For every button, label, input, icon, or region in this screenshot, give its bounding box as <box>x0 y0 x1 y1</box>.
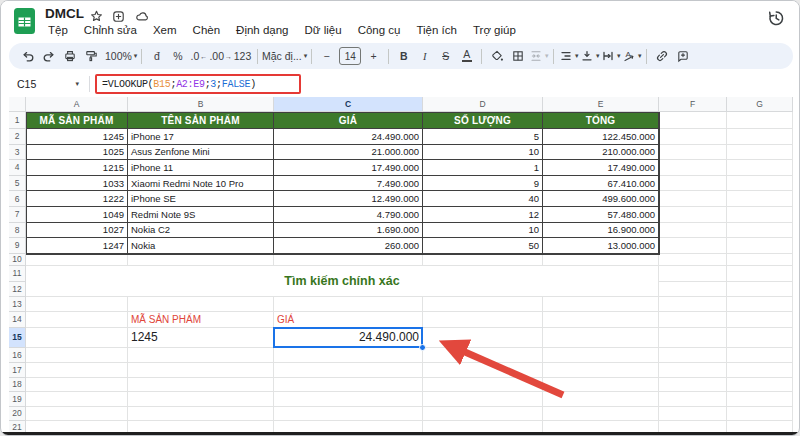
cell-A6[interactable]: 1222 <box>26 191 128 207</box>
cell-E9[interactable]: 13.000.000 <box>543 238 659 254</box>
cell-C17[interactable] <box>274 363 423 378</box>
increase-decimal-button[interactable]: .00→ <box>209 46 232 66</box>
lookup-title-cell[interactable]: Tìm kiếm chính xác <box>26 266 659 297</box>
cell-D17[interactable] <box>423 363 543 378</box>
cell-E1[interactable]: TỔNG <box>543 112 659 129</box>
cell-A7[interactable]: 1049 <box>26 207 128 223</box>
cell-D3[interactable]: 10 <box>423 145 543 161</box>
cell-B17[interactable] <box>128 363 274 378</box>
cell-B6[interactable]: iPhone SE <box>128 191 274 207</box>
column-header-B[interactable]: B <box>128 97 274 112</box>
cell-A4[interactable]: 1215 <box>26 160 128 176</box>
cell-C4[interactable]: 17.490.000 <box>274 160 423 176</box>
cell-G6[interactable] <box>727 191 793 207</box>
column-header-G[interactable]: G <box>727 97 793 112</box>
row-header-2[interactable]: 2 <box>9 129 26 145</box>
cell-D13[interactable] <box>423 297 543 312</box>
cell-F19[interactable] <box>659 392 727 407</box>
increase-font-size-button[interactable]: + <box>363 46 384 66</box>
cell-E13[interactable] <box>543 297 659 312</box>
cell-A19[interactable] <box>26 392 128 407</box>
row-header-11[interactable]: 11 <box>9 266 26 282</box>
row-header-3[interactable]: 3 <box>9 145 26 161</box>
menu-item-tools[interactable]: Công cụ <box>351 22 408 38</box>
cell-F3[interactable] <box>659 145 727 161</box>
cell-E5[interactable]: 67.410.000 <box>543 176 659 192</box>
cell-E20[interactable] <box>543 407 659 421</box>
row-header-6[interactable]: 6 <box>9 191 26 207</box>
cell-E8[interactable]: 16.900.000 <box>543 223 659 239</box>
zoom-select[interactable]: 100%▾ <box>105 46 137 66</box>
menu-item-edit[interactable]: Chỉnh sửa <box>77 22 144 38</box>
cell-D20[interactable] <box>423 407 543 421</box>
cell-F13[interactable] <box>659 297 727 312</box>
cell-B13[interactable] <box>128 297 274 312</box>
cell-D16[interactable] <box>423 348 543 363</box>
name-box[interactable]: C15 ▾ <box>9 78 85 90</box>
undo-icon[interactable] <box>17 46 38 66</box>
cell-G10[interactable] <box>727 254 793 266</box>
cell-C13[interactable] <box>274 297 423 312</box>
row-header-15[interactable]: 15 <box>9 328 26 348</box>
sheets-logo-icon[interactable] <box>13 7 36 39</box>
cell-A16[interactable] <box>26 348 128 363</box>
menu-item-insert[interactable]: Chèn <box>186 22 228 38</box>
cell-D10[interactable] <box>423 254 543 266</box>
borders-icon[interactable] <box>507 46 528 66</box>
formula-input[interactable]: =VLOOKUP(B15;A2:E9;3;FALSE) <box>95 74 301 94</box>
cell-D6[interactable]: 40 <box>423 191 543 207</box>
row-header-5[interactable]: 5 <box>9 176 26 192</box>
column-header-D[interactable]: D <box>423 97 543 112</box>
cell-C8[interactable]: 1.690.000 <box>274 223 423 239</box>
cell-C15[interactable]: 24.490.000 <box>274 328 423 348</box>
cell-F16[interactable] <box>659 348 727 363</box>
cell-G19[interactable] <box>727 392 793 407</box>
cell-B4[interactable]: iPhone 11 <box>128 160 274 176</box>
column-header-A[interactable]: A <box>26 97 128 112</box>
menu-item-extensions[interactable]: Tiện ích <box>409 22 463 38</box>
cell-D14[interactable] <box>423 312 543 328</box>
cell-B9[interactable]: Nokia <box>128 238 274 254</box>
cell-B7[interactable]: Redmi Note 9S <box>128 207 274 223</box>
cell-G4[interactable] <box>727 160 793 176</box>
cell-G1[interactable] <box>727 112 793 129</box>
cell-A13[interactable] <box>26 297 128 312</box>
cell-A9[interactable]: 1247 <box>26 238 128 254</box>
menu-item-view[interactable]: Xem <box>146 22 184 38</box>
cell-F6[interactable] <box>659 191 727 207</box>
cell-B14[interactable]: MÃ SẢN PHẨM <box>128 312 274 328</box>
horizontal-align-icon[interactable]: ▾ <box>558 46 579 66</box>
row-header-7[interactable]: 7 <box>9 207 26 223</box>
cell-G15[interactable] <box>727 328 793 348</box>
cell-D7[interactable]: 12 <box>423 207 543 223</box>
cell-E6[interactable]: 499.600.000 <box>543 191 659 207</box>
cell-G3[interactable] <box>727 145 793 161</box>
cell-C10[interactable] <box>274 254 423 266</box>
cell-B5[interactable]: Xiaomi Redmi Note 10 Pro <box>128 176 274 192</box>
cell-C1[interactable]: GIÁ <box>274 112 423 129</box>
cell-E19[interactable] <box>543 392 659 407</box>
cell-G7[interactable] <box>727 207 793 223</box>
menu-item-help[interactable]: Trợ giúp <box>466 22 523 38</box>
cell-F14[interactable] <box>659 312 727 328</box>
cell-E17[interactable] <box>543 363 659 378</box>
cell-B18[interactable] <box>128 378 274 392</box>
cell-F8[interactable] <box>659 223 727 239</box>
cell-G9[interactable] <box>727 238 793 254</box>
row-header-12[interactable]: 12 <box>9 282 26 297</box>
column-header-C[interactable]: C <box>274 97 423 112</box>
cell-B1[interactable]: TÊN SẢN PHẨM <box>128 112 274 129</box>
row-header-1[interactable]: 1 <box>9 112 26 129</box>
cell-F11[interactable] <box>659 266 727 282</box>
text-rotation-icon[interactable]: A ▾ <box>621 46 642 66</box>
row-header-17[interactable]: 17 <box>9 363 26 378</box>
italic-button[interactable]: I <box>414 46 435 66</box>
cell-C14[interactable]: GIÁ <box>274 312 423 328</box>
cell-C7[interactable]: 4.790.000 <box>274 207 423 223</box>
cell-G12[interactable] <box>727 282 793 297</box>
cell-C18[interactable] <box>274 378 423 392</box>
cell-E18[interactable] <box>543 378 659 392</box>
cell-G20[interactable] <box>727 407 793 421</box>
cell-G17[interactable] <box>727 363 793 378</box>
cell-F17[interactable] <box>659 363 727 378</box>
